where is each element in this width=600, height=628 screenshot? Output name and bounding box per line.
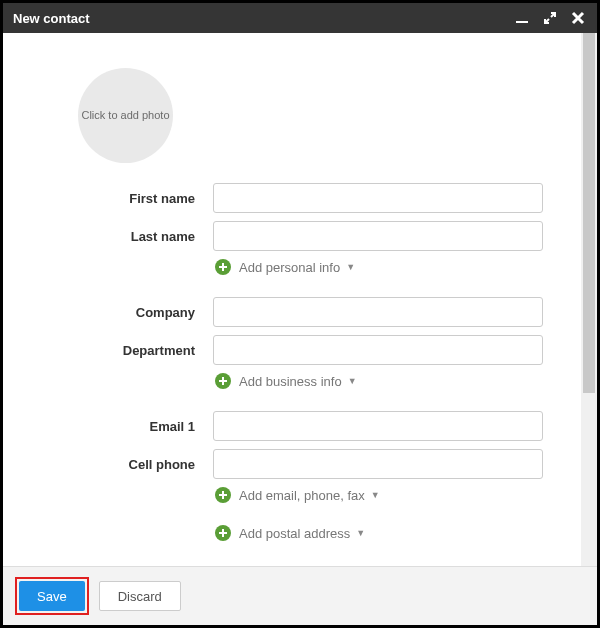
department-input[interactable] — [213, 335, 543, 365]
chevron-down-icon: ▼ — [346, 262, 355, 272]
save-highlight: Save — [15, 577, 89, 615]
add-personal-info-label: Add personal info — [239, 260, 340, 275]
email1-label: Email 1 — [23, 419, 213, 434]
save-button[interactable]: Save — [19, 581, 85, 611]
add-photo-button[interactable]: Click to add photo — [78, 68, 173, 163]
last-name-input[interactable] — [213, 221, 543, 251]
cell-phone-label: Cell phone — [23, 457, 213, 472]
add-postal-address-button[interactable]: Add postal address ▼ — [215, 525, 561, 541]
discard-button[interactable]: Discard — [99, 581, 181, 611]
scrollbar[interactable] — [581, 33, 597, 566]
svg-rect-0 — [516, 21, 528, 23]
chevron-down-icon: ▼ — [356, 528, 365, 538]
close-icon[interactable] — [569, 9, 587, 27]
email1-input[interactable] — [213, 411, 543, 441]
company-label: Company — [23, 305, 213, 320]
add-business-info-label: Add business info — [239, 374, 342, 389]
chevron-down-icon: ▼ — [371, 490, 380, 500]
add-photo-label: Click to add photo — [81, 108, 169, 122]
last-name-label: Last name — [23, 229, 213, 244]
maximize-icon[interactable] — [541, 9, 559, 27]
first-name-label: First name — [23, 191, 213, 206]
cell-phone-input[interactable] — [213, 449, 543, 479]
titlebar: New contact — [3, 3, 597, 33]
plus-icon — [215, 373, 231, 389]
chevron-down-icon: ▼ — [348, 376, 357, 386]
form-scroll-area: Click to add photo First name Last name … — [3, 33, 581, 566]
add-personal-info-button[interactable]: Add personal info ▼ — [215, 259, 561, 275]
minimize-icon[interactable] — [513, 9, 531, 27]
plus-icon — [215, 525, 231, 541]
company-input[interactable] — [213, 297, 543, 327]
department-label: Department — [23, 343, 213, 358]
scrollbar-thumb[interactable] — [583, 33, 595, 393]
add-business-info-button[interactable]: Add business info ▼ — [215, 373, 561, 389]
plus-icon — [215, 259, 231, 275]
window-title: New contact — [13, 11, 90, 26]
plus-icon — [215, 487, 231, 503]
dialog-footer: Save Discard — [3, 566, 597, 625]
add-contact-info-button[interactable]: Add email, phone, fax ▼ — [215, 487, 561, 503]
add-contact-info-label: Add email, phone, fax — [239, 488, 365, 503]
dialog-new-contact: New contact Click to add photo First nam… — [0, 0, 600, 628]
add-postal-address-label: Add postal address — [239, 526, 350, 541]
first-name-input[interactable] — [213, 183, 543, 213]
